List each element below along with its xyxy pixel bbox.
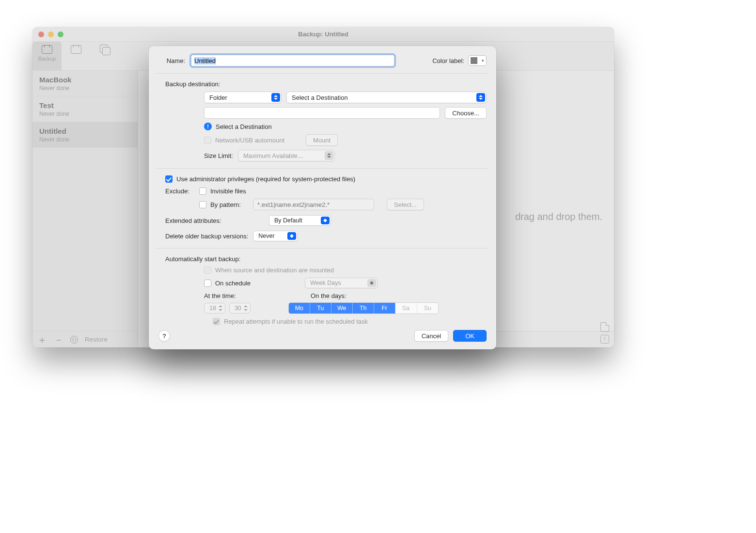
- exclude-invisible-checkbox[interactable]: [199, 188, 206, 195]
- weekday-th[interactable]: Th: [353, 303, 374, 314]
- ok-button[interactable]: OK: [453, 330, 487, 342]
- destination-select-value: Select a Destination: [292, 94, 348, 101]
- delete-older-value: Never: [258, 233, 274, 239]
- updown-icon: [325, 151, 333, 160]
- task-status: Never done: [39, 136, 131, 143]
- automount-checkbox: [204, 137, 211, 144]
- info-icon: !: [204, 123, 212, 130]
- on-schedule-checkbox[interactable]: [204, 280, 211, 287]
- main-hint: drag and drop them.: [515, 211, 602, 222]
- weekday-mo[interactable]: Mo: [289, 303, 310, 314]
- archive-icon: [42, 45, 52, 54]
- tab-backup[interactable]: Backup: [32, 42, 62, 71]
- hour-value: 18: [209, 305, 216, 312]
- repeat-attempts-checkbox: [213, 318, 220, 325]
- weekday-sa[interactable]: Sa: [395, 303, 417, 314]
- minute-stepper: 30: [229, 303, 251, 314]
- backup-destination-title: Backup destination:: [165, 80, 487, 88]
- weekday-we[interactable]: We: [331, 303, 353, 314]
- extended-attributes-value: By Default: [274, 217, 302, 224]
- tab-other[interactable]: [120, 42, 149, 71]
- updown-icon: [287, 232, 296, 240]
- alert-icon[interactable]: !: [600, 335, 609, 344]
- sidebar: MacBook Never doneTest Never doneUntitle…: [32, 71, 138, 347]
- automount-label: Network/USB automount: [215, 137, 284, 144]
- color-swatch-icon: [471, 57, 477, 64]
- on-schedule-label: On schedule: [215, 280, 251, 287]
- size-limit-value: Maximum Available…: [243, 152, 304, 159]
- when-mounted-label: When source and destination are mounted: [215, 266, 334, 274]
- log-document-icon[interactable]: [600, 322, 609, 332]
- exclude-pattern-checkbox[interactable]: [199, 201, 206, 208]
- updown-icon: [243, 304, 249, 312]
- weekday-segmented[interactable]: MoTuWeThFrSaSu: [288, 302, 439, 314]
- when-mounted-checkbox: [204, 266, 211, 274]
- window-titlebar: Backup: Untitled: [32, 27, 614, 42]
- at-time-label: At the time:: [204, 292, 311, 299]
- updown-icon: [271, 93, 280, 102]
- minute-value: 30: [235, 305, 241, 312]
- exclude-title: Exclude:: [165, 188, 195, 195]
- auto-start-title: Automatically start backup:: [165, 255, 487, 263]
- extended-attributes-label: Extended attributes:: [165, 217, 242, 224]
- backup-settings-sheet: Name: Color label: ▾ Backup destination:…: [149, 46, 496, 349]
- mount-button: Mount: [306, 134, 338, 146]
- size-limit-label: Size Limit:: [204, 152, 233, 159]
- exclude-pattern-label: By pattern:: [210, 201, 249, 208]
- extended-attributes-dropdown[interactable]: By Default: [269, 215, 331, 226]
- schedule-mode-value: Week Days: [310, 280, 341, 286]
- task-list-item[interactable]: Test Never done: [32, 96, 138, 122]
- tab-archive[interactable]: [62, 42, 91, 71]
- updown-icon: [321, 217, 330, 224]
- chevron-down-icon: ▾: [482, 58, 484, 63]
- color-label-picker[interactable]: ▾: [468, 55, 487, 66]
- exclude-invisible-label: Invisible files: [210, 188, 246, 195]
- add-button[interactable]: ＋: [37, 335, 47, 345]
- delete-older-label: Delete older backup versions:: [165, 233, 248, 240]
- updown-icon: [367, 279, 376, 287]
- restore-button[interactable]: Restore: [85, 336, 108, 343]
- exclude-select-button: Select...: [387, 199, 424, 210]
- window-title: Backup: Untitled: [32, 31, 614, 38]
- task-list: MacBook Never doneTest Never doneUntitle…: [32, 71, 138, 331]
- cancel-button[interactable]: Cancel: [414, 330, 448, 342]
- help-button[interactable]: ?: [158, 330, 170, 342]
- admin-privileges-label: Use administrator privileges (required f…: [176, 175, 355, 183]
- exclude-pattern-field: [253, 199, 374, 210]
- schedule-mode-dropdown: Week Days: [305, 278, 378, 288]
- choose-button[interactable]: Choose...: [445, 107, 487, 119]
- updown-icon: [218, 304, 223, 312]
- hour-stepper: 18: [204, 303, 225, 314]
- destination-warning: Select a Destination: [216, 123, 272, 130]
- task-name: Untitled: [39, 127, 131, 135]
- task-name: MacBook: [39, 76, 131, 84]
- misc-icon: [129, 45, 140, 54]
- task-name: Test: [39, 101, 131, 110]
- destination-path-field[interactable]: [204, 107, 440, 119]
- name-label: Name:: [158, 57, 185, 64]
- sidebar-toolbar: ＋ － Restore: [32, 331, 138, 347]
- weekday-tu[interactable]: Tu: [310, 303, 331, 314]
- task-list-item[interactable]: Untitled Never done: [32, 122, 138, 148]
- task-list-item[interactable]: MacBook Never done: [32, 71, 138, 96]
- updown-icon: [476, 93, 485, 102]
- on-days-label: On the days:: [311, 292, 346, 299]
- destination-type-dropdown[interactable]: Folder: [204, 92, 282, 103]
- destination-select-dropdown[interactable]: Select a Destination: [286, 92, 487, 103]
- delete-older-dropdown[interactable]: Never: [253, 231, 298, 241]
- weekday-su[interactable]: Su: [417, 303, 438, 314]
- admin-privileges-checkbox[interactable]: [165, 175, 173, 183]
- tab-copies[interactable]: [91, 42, 120, 71]
- color-label: Color label:: [432, 57, 464, 64]
- gear-icon[interactable]: [70, 336, 78, 344]
- destination-type-value: Folder: [209, 94, 227, 101]
- task-status: Never done: [39, 110, 131, 117]
- name-input[interactable]: [191, 55, 394, 66]
- remove-button[interactable]: －: [54, 335, 63, 345]
- task-status: Never done: [39, 85, 131, 92]
- weekday-fr[interactable]: Fr: [374, 303, 395, 314]
- copies-icon: [100, 45, 110, 54]
- size-limit-dropdown: Maximum Available…: [238, 150, 335, 161]
- box-icon: [71, 45, 81, 54]
- repeat-attempts-label: Repeat attempts if unable to run the sch…: [224, 318, 368, 325]
